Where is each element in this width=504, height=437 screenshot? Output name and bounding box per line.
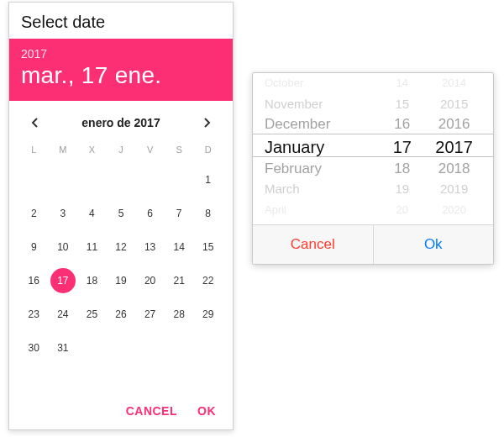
- calendar-blank: [77, 163, 107, 197]
- calendar-day[interactable]: 11: [77, 230, 107, 264]
- calendar-day[interactable]: 5: [107, 197, 136, 230]
- weekday-header: D: [193, 140, 223, 163]
- calendar-blank: [165, 163, 194, 197]
- calendar-day[interactable]: 24: [49, 297, 78, 331]
- calendar-day[interactable]: 14: [165, 230, 194, 264]
- wheel-item: 19: [381, 179, 423, 200]
- calendar-blank: [19, 163, 49, 197]
- calendar-day[interactable]: 13: [135, 230, 165, 264]
- calendar-grid: LMXJVSD123456789101112131415161718192021…: [9, 138, 233, 368]
- dialog-actions: CANCEL OK: [9, 396, 233, 429]
- wheel-item: 2018: [423, 159, 485, 180]
- wheel-item: October: [265, 73, 381, 94]
- picker-wheel-area: OctoberNovemberDecemberJanuaryFebruaryMa…: [253, 73, 493, 218]
- cancel-button[interactable]: Cancel: [253, 225, 374, 264]
- ios-date-picker: OctoberNovemberDecemberJanuaryFebruaryMa…: [252, 72, 494, 265]
- weekday-header: J: [107, 140, 136, 163]
- calendar-day[interactable]: 28: [165, 297, 194, 331]
- wheel-item: November: [265, 94, 381, 115]
- calendar-day[interactable]: 22: [193, 264, 223, 297]
- wheel-item: 2019: [423, 179, 485, 200]
- current-month-label: enero de 2017: [81, 116, 160, 129]
- android-date-picker: Select date 2017 mar., 17 ene. enero de …: [8, 2, 234, 430]
- wheel-item: 2017: [423, 135, 485, 159]
- wheel-item: April: [265, 200, 381, 218]
- calendar-day[interactable]: 31: [49, 331, 78, 365]
- calendar-blank: [135, 163, 165, 197]
- ok-button[interactable]: Ok: [374, 225, 494, 264]
- wheel-item: 2016: [423, 114, 485, 135]
- wheel-item: January: [265, 135, 381, 159]
- weekday-header: X: [77, 140, 107, 163]
- calendar-day[interactable]: 27: [135, 297, 165, 331]
- wheel-item: March: [265, 179, 381, 200]
- weekday-header: S: [165, 140, 194, 163]
- prev-month-button[interactable]: [24, 113, 45, 133]
- weekday-header: V: [135, 140, 165, 163]
- calendar-day[interactable]: 20: [135, 264, 165, 297]
- selected-date-header: 2017 mar., 17 ene.: [9, 39, 233, 101]
- calendar-day[interactable]: 12: [107, 230, 136, 264]
- weekday-header: L: [19, 140, 49, 163]
- calendar-day[interactable]: 26: [107, 297, 136, 331]
- selected-date-text: mar., 17 ene.: [21, 62, 221, 89]
- calendar-blank: [49, 163, 78, 197]
- wheel-item: 20: [381, 200, 423, 218]
- calendar-day[interactable]: 4: [77, 197, 107, 230]
- calendar-day[interactable]: 16: [19, 264, 49, 297]
- day-wheel[interactable]: 14151617181920: [381, 73, 423, 218]
- wheel-item: 14: [381, 73, 423, 94]
- wheel-item: 16: [381, 114, 423, 135]
- calendar-day[interactable]: 17: [49, 264, 78, 297]
- chevron-left-icon: [31, 118, 39, 128]
- calendar-day[interactable]: 30: [19, 331, 49, 365]
- wheel-item: December: [265, 114, 381, 135]
- dialog-title: Select date: [9, 3, 233, 39]
- calendar-day[interactable]: 29: [193, 297, 223, 331]
- calendar-day[interactable]: 6: [135, 197, 165, 230]
- calendar-day[interactable]: 9: [19, 230, 49, 264]
- month-wheel[interactable]: OctoberNovemberDecemberJanuaryFebruaryMa…: [253, 73, 381, 218]
- calendar-day[interactable]: 10: [49, 230, 78, 264]
- calendar-day[interactable]: 23: [19, 297, 49, 331]
- calendar-day[interactable]: 15: [193, 230, 223, 264]
- wheel-item: 2015: [423, 94, 485, 115]
- calendar-day[interactable]: 2: [19, 197, 49, 230]
- calendar-day[interactable]: 1: [193, 163, 223, 197]
- weekday-header: M: [49, 140, 78, 163]
- calendar-day[interactable]: 19: [107, 264, 136, 297]
- month-navigation: enero de 2017: [9, 101, 233, 138]
- calendar-day[interactable]: 21: [165, 264, 194, 297]
- picker-actions: Cancel Ok: [253, 224, 493, 264]
- year-wheel[interactable]: 2014201520162017201820192020: [423, 73, 493, 218]
- wheel-item: 2020: [423, 200, 485, 218]
- cancel-button[interactable]: CANCEL: [126, 404, 177, 418]
- selected-year[interactable]: 2017: [21, 47, 221, 61]
- wheel-item: February: [265, 159, 381, 180]
- calendar-blank: [107, 163, 136, 197]
- calendar-day[interactable]: 8: [193, 197, 223, 230]
- calendar-day[interactable]: 25: [77, 297, 107, 331]
- calendar-day[interactable]: 3: [49, 197, 78, 230]
- calendar-day[interactable]: 18: [77, 264, 107, 297]
- ok-button[interactable]: OK: [197, 404, 216, 418]
- wheel-item: 15: [381, 94, 423, 115]
- chevron-right-icon: [203, 118, 211, 128]
- next-month-button[interactable]: [197, 113, 218, 133]
- wheel-item: 18: [381, 159, 423, 180]
- wheel-item: 17: [381, 135, 423, 159]
- wheel-item: 2014: [423, 73, 485, 94]
- calendar-day[interactable]: 7: [165, 197, 194, 230]
